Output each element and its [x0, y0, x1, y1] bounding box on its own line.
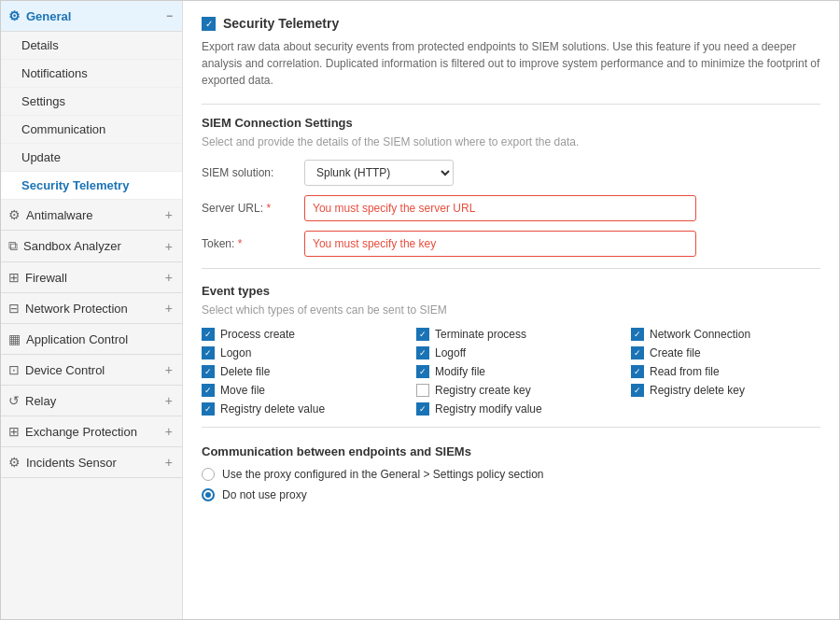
terminate-process-checkbox[interactable]: ✓ [416, 328, 429, 341]
incidents-icon: ⚙ [8, 455, 21, 470]
event-modify-file[interactable]: ✓ Modify file [416, 365, 622, 378]
devicecontrol-plus-icon: + [165, 362, 173, 377]
radio-use-proxy[interactable]: Use the proxy configured in the General … [202, 468, 820, 481]
sidebar-group-firewall: ⊞ Firewall + [1, 262, 182, 293]
create-file-checkbox[interactable]: ✓ [631, 346, 644, 359]
sidebar-item-details[interactable]: Details [1, 32, 182, 60]
firewall-icon: ⊞ [8, 270, 20, 285]
create-file-label: Create file [650, 346, 701, 359]
registry-delete-value-checkbox[interactable]: ✓ [202, 402, 215, 416]
event-registry-delete-key[interactable]: ✓ Registry delete key [631, 384, 836, 397]
sandbox-plus-icon: + [165, 239, 173, 254]
incidents-plus-icon: + [165, 455, 173, 470]
network-label: Network Protection [25, 302, 128, 316]
event-registry-create-key[interactable]: Registry create key [416, 384, 622, 397]
antimalware-label: Antimalware [26, 208, 93, 222]
sidebar-group-devicecontrol: ⊡ Device Control + [1, 355, 182, 386]
divider-2 [202, 268, 820, 269]
sidebar-group-exchange: ⊞ Exchange Protection + [1, 416, 182, 447]
move-file-label: Move file [220, 384, 265, 397]
event-process-create[interactable]: ✓ Process create [202, 328, 407, 341]
event-registry-delete-value[interactable]: ✓ Registry delete value [202, 402, 407, 416]
event-create-file[interactable]: ✓ Create file [631, 346, 836, 359]
read-from-file-checkbox[interactable]: ✓ [631, 365, 644, 378]
sidebar-item-notifications[interactable]: Notifications [1, 60, 182, 88]
radio-no-proxy[interactable]: Do not use proxy [202, 488, 820, 501]
event-types-section: Event types Select which types of events… [202, 284, 820, 416]
exchange-icon: ⊞ [8, 424, 20, 439]
no-proxy-label: Do not use proxy [222, 488, 307, 501]
server-url-input[interactable] [304, 195, 696, 221]
registry-create-key-checkbox[interactable] [416, 384, 429, 397]
exchange-label: Exchange Protection [25, 425, 137, 439]
network-connection-checkbox[interactable]: ✓ [631, 328, 644, 341]
event-types-title: Event types [202, 284, 820, 298]
registry-delete-value-label: Registry delete value [220, 402, 325, 416]
sidebar-group-network: ⊟ Network Protection + [1, 293, 182, 324]
event-logon[interactable]: ✓ Logon [202, 346, 407, 359]
sidebar-item-update[interactable]: Update [1, 144, 182, 172]
event-types-desc: Select which types of events can be sent… [202, 303, 820, 317]
process-create-checkbox[interactable]: ✓ [202, 328, 215, 341]
siem-solution-row: SIEM solution: Splunk (HTTP) QRadar ArcS… [202, 160, 820, 186]
event-registry-modify-value[interactable]: ✓ Registry modify value [416, 402, 622, 416]
appcontrol-label: Application Control [26, 332, 128, 346]
relay-label: Relay [25, 394, 56, 408]
event-read-from-file[interactable]: ✓ Read from file [631, 365, 836, 378]
exchange-plus-icon: + [165, 424, 173, 439]
antimalware-plus-icon: + [165, 207, 173, 222]
registry-modify-value-label: Registry modify value [435, 402, 542, 416]
move-file-checkbox[interactable]: ✓ [202, 384, 215, 397]
registry-delete-key-checkbox[interactable]: ✓ [631, 384, 644, 397]
firewall-label: Firewall [25, 271, 67, 285]
modify-file-checkbox[interactable]: ✓ [416, 365, 429, 378]
section-title: Security Telemetry [223, 16, 339, 31]
sidebar-item-communication[interactable]: Communication [1, 116, 182, 144]
sidebar-general-header[interactable]: ⚙ General − [1, 1, 182, 32]
sidebar-general-items: Details Notifications Settings Communica… [1, 32, 182, 200]
sidebar-general-label: General [26, 9, 71, 23]
security-telemetry-checkbox[interactable]: ✓ [202, 17, 216, 31]
event-logoff[interactable]: ✓ Logoff [416, 346, 622, 359]
logon-label: Logon [220, 346, 251, 359]
token-row: Token: * [202, 231, 820, 257]
sidebar-group-incidents: ⚙ Incidents Sensor + [1, 447, 182, 478]
registry-modify-value-checkbox[interactable]: ✓ [416, 402, 429, 416]
event-delete-file[interactable]: ✓ Delete file [202, 365, 407, 378]
sidebar-item-security-telemetry[interactable]: Security Telemetry [1, 172, 182, 200]
sidebar-group-sandbox: ⧉ Sandbox Analyzer + [1, 231, 182, 262]
modify-file-label: Modify file [435, 365, 485, 378]
main-content: ✓ Security Telemetry Export raw data abo… [183, 1, 839, 620]
event-move-file[interactable]: ✓ Move file [202, 384, 407, 397]
relay-icon: ↺ [8, 393, 20, 408]
siem-connection-title: SIEM Connection Settings [202, 116, 820, 130]
logoff-label: Logoff [435, 346, 466, 359]
gear-icon: ⚙ [8, 8, 21, 23]
divider-3 [202, 427, 820, 428]
event-terminate-process[interactable]: ✓ Terminate process [416, 328, 622, 341]
sidebar-group-appcontrol: ▦ Application Control [1, 324, 182, 355]
incidents-label: Incidents Sensor [26, 456, 117, 470]
event-network-connection[interactable]: ✓ Network Connection [631, 328, 836, 341]
siem-connection-section: SIEM Connection Settings Select and prov… [202, 116, 820, 257]
antimalware-icon: ⚙ [8, 207, 21, 222]
use-proxy-radio[interactable] [202, 468, 215, 481]
logon-checkbox[interactable]: ✓ [202, 346, 215, 359]
logoff-checkbox[interactable]: ✓ [416, 346, 429, 359]
divider-1 [202, 104, 820, 105]
network-plus-icon: + [165, 301, 173, 316]
siem-solution-select[interactable]: Splunk (HTTP) QRadar ArcSight Other [304, 160, 454, 186]
devicecontrol-icon: ⊡ [8, 362, 20, 377]
token-input[interactable] [304, 231, 696, 257]
delete-file-checkbox[interactable]: ✓ [202, 365, 215, 378]
section-desc: Export raw data about security events fr… [202, 38, 820, 89]
sidebar-item-settings[interactable]: Settings [1, 88, 182, 116]
siem-solution-label: SIEM solution: [202, 166, 304, 179]
collapse-icon: − [166, 9, 173, 22]
read-from-file-label: Read from file [650, 365, 720, 378]
process-create-label: Process create [220, 328, 295, 341]
token-required: * [238, 237, 243, 250]
delete-file-label: Delete file [220, 365, 270, 378]
no-proxy-radio[interactable] [202, 488, 215, 501]
firewall-plus-icon: + [165, 270, 173, 285]
